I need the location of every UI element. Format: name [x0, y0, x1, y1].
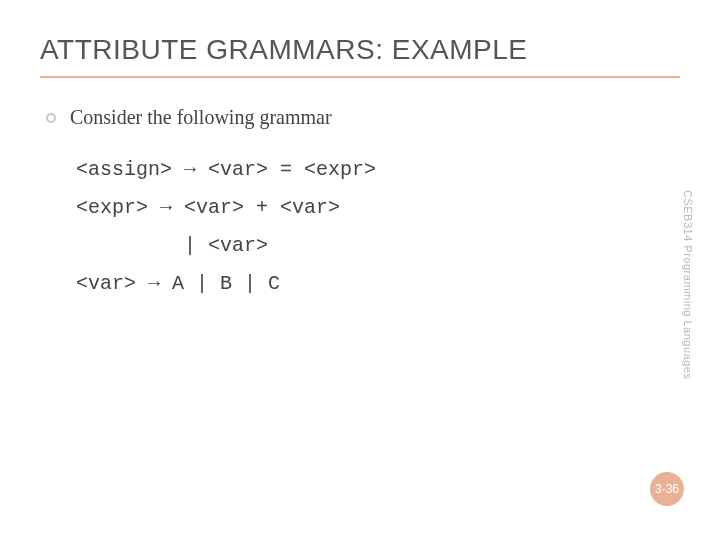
page-number-badge: 3-36 — [650, 472, 684, 506]
course-label: CSEB314 Programming Languages — [682, 190, 694, 379]
slide: ATTRIBUTE GRAMMARS: EXAMPLE Consider the… — [0, 0, 720, 540]
bullet-text: Consider the following grammar — [70, 106, 332, 129]
grammar-block: <assign> → <var> = <expr> <expr> → <var>… — [46, 151, 680, 303]
bullet-item: Consider the following grammar — [46, 106, 680, 129]
bullet-icon — [46, 113, 56, 123]
slide-title: ATTRIBUTE GRAMMARS: EXAMPLE — [40, 34, 680, 78]
slide-body: Consider the following grammar <assign> … — [40, 106, 680, 303]
